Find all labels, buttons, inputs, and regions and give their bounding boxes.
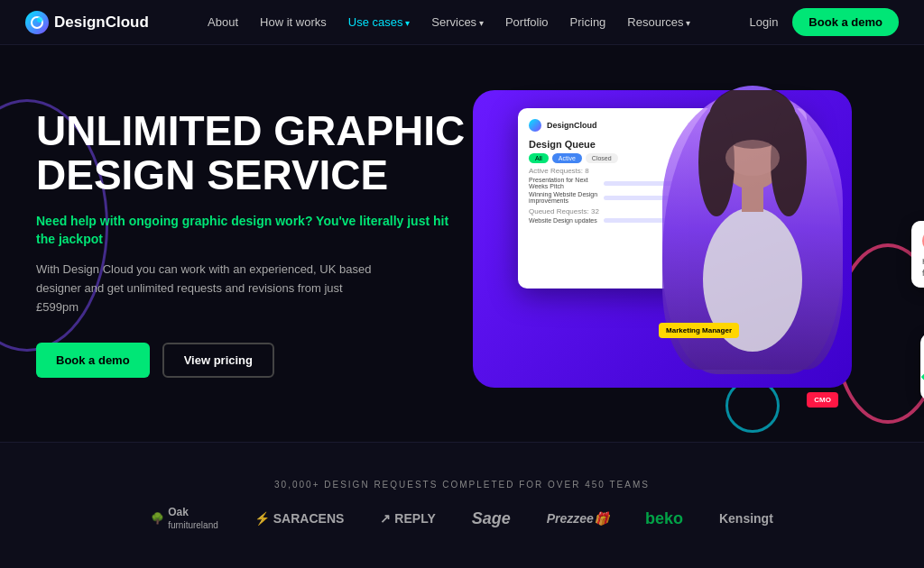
logo-text: DesignCloud [54, 14, 149, 32]
dashboard-bar1-label: Presentation for Next Weeks Pitch [529, 177, 601, 189]
nav-pricing[interactable]: Pricing [570, 15, 606, 29]
svg-point-8 [725, 140, 780, 176]
green-arrow-icon: ↩ [920, 365, 924, 389]
hero-right: DesignCloud Design Queue All Active Clos… [469, 45, 888, 442]
chat-bubble-1: Powerpoint design Marketing Manager Now … [911, 221, 924, 288]
logo: DesignCloud [25, 11, 149, 34]
dashboard-pill-closed: Closed [586, 153, 618, 163]
nav-portfolio[interactable]: Portfolio [505, 15, 549, 29]
hero-section: UNLIMITED GRAPHIC DESIGN SERVICE Need he… [0, 45, 924, 442]
dashboard-pill-active: Active [552, 153, 582, 163]
beko-label: beko [645, 509, 683, 528]
svg-rect-7 [742, 185, 763, 212]
hero-buttons: Book a demo View pricing [36, 343, 469, 378]
nav-resources[interactable]: Resources [627, 15, 690, 29]
hero-subtitle: Need help with ongoing graphic design wo… [36, 213, 469, 248]
nav-about[interactable]: About [208, 15, 238, 29]
hero-left: UNLIMITED GRAPHIC DESIGN SERVICE Need he… [36, 109, 469, 377]
dashboard-bar2-label: Winning Website Design improvements [529, 191, 601, 204]
brand-prezzee: Prezzee🎁 [547, 511, 609, 526]
bottom-bar: 30,000+ DESIGN REQUESTS COMPLETED FOR OV… [0, 442, 924, 568]
oak-label: Oakfurnitureland [168, 506, 218, 531]
marketing-manager-badge: Marketing Manager [659, 323, 739, 338]
saracens-label: SARACENS [273, 511, 345, 526]
nav-use-cases[interactable]: Use cases [348, 15, 410, 29]
view-pricing-button[interactable]: View pricing [162, 343, 274, 378]
logo-icon [25, 11, 49, 34]
brand-beko: beko [645, 509, 683, 528]
book-demo-hero-button[interactable]: Book a demo [36, 343, 150, 378]
nav-how-it-works[interactable]: How it works [260, 15, 327, 29]
dashboard-brand-name: DesignCloud [547, 121, 597, 130]
dashboard-pill-all: All [529, 153, 549, 163]
navbar: DesignCloud About How it works Use cases… [0, 0, 924, 45]
hero-title: UNLIMITED GRAPHIC DESIGN SERVICE [36, 109, 469, 197]
book-demo-nav-button[interactable]: Book a demo [792, 8, 899, 36]
person-image [653, 77, 852, 392]
brand-logos-row: 🌳 Oakfurnitureland ⚡ SARACENS ↗ REPLY Sa… [151, 506, 773, 531]
dashboard-bar3-label: Website Design updates [529, 217, 601, 224]
brand-sage: Sage [472, 509, 511, 528]
brand-oak: 🌳 Oakfurnitureland [151, 506, 218, 531]
svg-point-1 [37, 17, 42, 23]
prezzee-label: Prezzee🎁 [547, 511, 609, 526]
reply-label: REPLY [394, 511, 435, 526]
brand-kensington: Kensingt [719, 511, 773, 526]
login-button[interactable]: Login [750, 15, 779, 29]
bottom-tagline: 30,000+ DESIGN REQUESTS COMPLETED FOR OV… [274, 480, 650, 490]
nav-right: Login Book a demo [750, 8, 899, 36]
brand-reply: ↗ REPLY [380, 511, 435, 526]
cmo-badge: CMO [807, 392, 838, 408]
brand-saracens: ⚡ SARACENS [254, 511, 345, 526]
kensington-label: Kensingt [719, 511, 773, 526]
nav-links: About How it works Use cases Services Po… [208, 15, 690, 29]
oak-icon: 🌳 [151, 512, 164, 525]
nav-services[interactable]: Services [431, 15, 484, 29]
sage-label: Sage [472, 509, 511, 528]
saracens-icon: ⚡ [254, 511, 270, 526]
dashboard-logo-dot [529, 119, 541, 132]
hero-description: With Design Cloud you can work with an e… [36, 261, 379, 316]
reply-icon: ↗ [380, 511, 391, 526]
